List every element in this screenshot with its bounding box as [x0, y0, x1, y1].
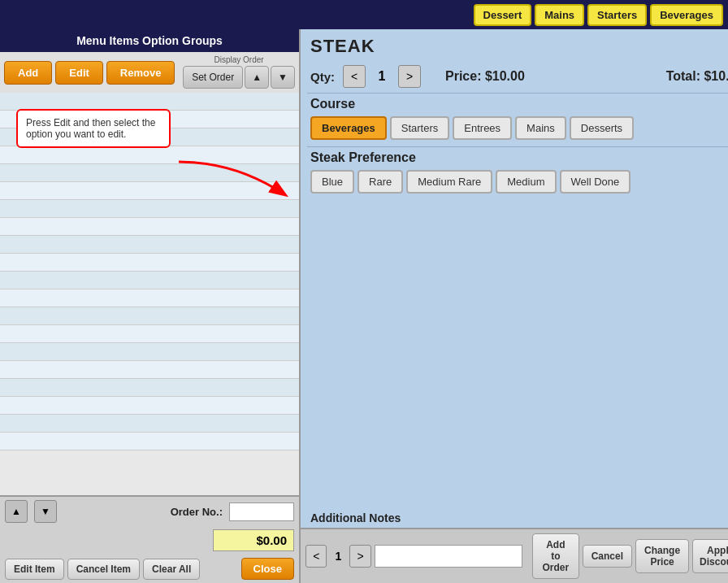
bottom-right-row: < 1 > Add toOrder Cancel ChangePrice App… — [301, 529, 728, 583]
qty-value: 1 — [374, 69, 390, 84]
main-area: Menu Items Option Groups Add Edit Remove… — [0, 29, 728, 583]
list-row[interactable] — [0, 397, 299, 415]
item-title: STEAK — [310, 36, 728, 57]
course-section-title: Course — [301, 94, 728, 113]
steak-option-medium-rare[interactable]: Medium Rare — [406, 170, 492, 194]
course-option-beverages[interactable]: Beverages — [310, 116, 387, 140]
left-panel-toolbar: Add Edit Remove Display Order Set Order … — [0, 52, 299, 93]
additional-notes-label: Additional Notes — [310, 511, 728, 524]
steak-option-rare[interactable]: Rare — [358, 170, 403, 194]
list-row[interactable] — [0, 182, 299, 200]
total-display: $0.00 — [213, 529, 294, 551]
left-panel: Menu Items Option Groups Add Edit Remove… — [0, 29, 301, 583]
qty-prev-button[interactable]: < — [343, 65, 366, 88]
order-up-button[interactable]: ▲ — [245, 66, 269, 89]
list-row[interactable] — [0, 361, 299, 379]
list-row[interactable] — [0, 236, 299, 254]
list-row[interactable] — [0, 433, 299, 450]
additional-notes-section: Additional Notes — [301, 508, 728, 528]
add-button[interactable]: Add — [4, 61, 52, 85]
list-row[interactable] — [0, 146, 299, 164]
set-order-button[interactable]: Set Order — [183, 66, 243, 89]
mains-nav-btn[interactable]: Mains — [535, 4, 584, 26]
dessert-nav-btn[interactable]: Dessert — [474, 4, 532, 26]
list-row[interactable] — [0, 415, 299, 433]
list-row[interactable] — [0, 343, 299, 361]
add-to-order-button[interactable]: Add toOrder — [532, 533, 579, 579]
scroll-down-button[interactable]: ▼ — [34, 500, 57, 523]
total-label: Total: $10.00 — [666, 69, 728, 84]
top-navigation: Dessert Mains Starters Beverages — [0, 0, 728, 29]
course-option-desserts[interactable]: Desserts — [570, 116, 634, 140]
clear-all-button[interactable]: Clear All — [143, 559, 200, 580]
list-row[interactable] — [0, 200, 299, 218]
steak-preference-options: Blue Rare Medium Rare Medium Well Done — [301, 167, 728, 200]
list-row[interactable] — [0, 164, 299, 182]
course-option-starters[interactable]: Starters — [390, 116, 450, 140]
list-row[interactable] — [0, 325, 299, 343]
total-row: $0.00 — [0, 526, 299, 555]
qty-value-bottom: 1 — [330, 550, 346, 563]
list-row[interactable] — [0, 379, 299, 397]
cancel-right-button[interactable]: Cancel — [583, 545, 632, 568]
option-groups-list[interactable]: Press Edit and then select the option yo… — [0, 93, 299, 495]
display-order-label: Display Order — [214, 56, 264, 64]
action-buttons-row: Edit Item Cancel Item Clear All Close — [0, 555, 299, 583]
starters-nav-btn[interactable]: Starters — [587, 4, 647, 26]
qty-label: Qty: — [310, 70, 335, 84]
qty-next-button[interactable]: > — [398, 65, 421, 88]
notes-input[interactable] — [375, 545, 522, 568]
qty-dec-button[interactable]: < — [306, 545, 327, 568]
bottom-right-controls: < 1 > Add toOrder Cancel ChangePrice App… — [301, 528, 728, 583]
list-row[interactable] — [0, 218, 299, 236]
course-options: Beverages Starters Entrees Mains Dessert… — [301, 113, 728, 146]
steak-option-well-done[interactable]: Well Done — [560, 170, 631, 194]
apply-discount-button[interactable]: ApplyDiscount — [692, 539, 728, 574]
order-down-button[interactable]: ▼ — [271, 66, 295, 89]
item-header: STEAK — [301, 29, 728, 60]
list-row[interactable] — [0, 272, 299, 289]
cancel-item-button[interactable]: Cancel Item — [67, 559, 140, 580]
callout-tooltip: Press Edit and then select the option yo… — [16, 109, 171, 148]
order-number-input[interactable] — [229, 503, 294, 521]
right-panel-spacer — [301, 200, 728, 508]
beverages-nav-btn[interactable]: Beverages — [650, 4, 723, 26]
price-label: Price: $10.00 — [445, 69, 525, 84]
order-number-row: ▲ ▼ Order No.: — [0, 497, 299, 526]
bottom-left-controls: ▲ ▼ Order No.: $0.00 Edit Item Cancel It… — [0, 495, 299, 583]
steak-preference-section-title: Steak Preference — [301, 147, 728, 167]
change-price-button[interactable]: ChangePrice — [635, 539, 689, 573]
qty-inc-button[interactable]: > — [349, 545, 370, 568]
close-button[interactable]: Close — [241, 558, 294, 580]
left-panel-title: Menu Items Option Groups — [0, 29, 299, 52]
course-option-mains[interactable]: Mains — [515, 116, 566, 140]
qty-price-row: Qty: < 1 > Price: $10.00 Total: $10.00 — [301, 60, 728, 93]
list-row[interactable] — [0, 289, 299, 307]
list-row[interactable] — [0, 254, 299, 272]
steak-option-blue[interactable]: Blue — [310, 170, 354, 194]
remove-button[interactable]: Remove — [106, 61, 176, 85]
steak-option-medium[interactable]: Medium — [496, 170, 556, 194]
edit-item-button[interactable]: Edit Item — [5, 559, 64, 580]
list-row[interactable] — [0, 307, 299, 325]
right-panel: STEAK Qty: < 1 > Price: $10.00 Total: $1… — [301, 29, 728, 583]
list-row[interactable] — [0, 93, 299, 111]
course-option-entrees[interactable]: Entrees — [453, 116, 512, 140]
edit-button[interactable]: Edit — [55, 61, 103, 85]
scroll-up-button[interactable]: ▲ — [5, 500, 28, 523]
order-number-label: Order No.: — [171, 506, 223, 518]
